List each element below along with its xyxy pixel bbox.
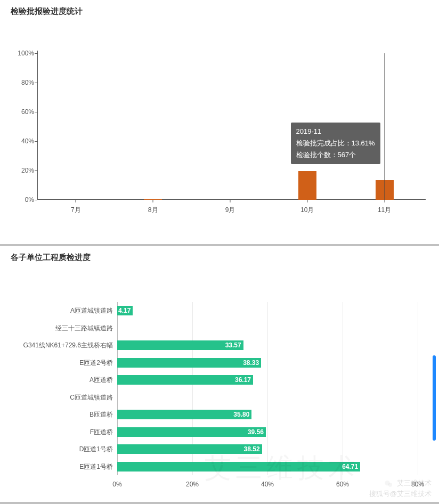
chart2-bar[interactable]: [117, 375, 253, 385]
chart2-row: G341线NK61+729.6主线桥右幅33.57: [117, 340, 418, 350]
chart1-x-tick: [230, 200, 231, 202]
chart2-row: D匝道1号桥38.52: [117, 444, 418, 454]
chart2-category-label: G341线NK61+729.6主线桥右幅: [23, 341, 113, 350]
chart1-x-tick-label: 11月: [378, 206, 391, 215]
chart1-x-tick-label: 8月: [148, 206, 158, 215]
chart2-value-label: 35.80: [233, 411, 249, 418]
chart2-value-label: 33.57: [225, 342, 241, 349]
chart2-category-label: A匝道城镇道路: [70, 306, 113, 315]
chart1-x-tick: [153, 200, 153, 202]
chart2-row: B匝道桥35.80: [117, 410, 418, 419]
chart2-value-label: 64.71: [342, 463, 358, 470]
chart2-row: 经三十三路城镇道路: [117, 323, 418, 333]
chart2-category-label: A匝道桥: [90, 376, 113, 385]
chart2-row: C匝道城镇道路: [117, 393, 418, 402]
chart1-y-tick-label: 60%: [11, 108, 34, 116]
chart2-bar[interactable]: [117, 462, 360, 472]
chart1-y-tick-label: 40%: [11, 137, 34, 145]
chart2-value-label: 39.56: [248, 428, 264, 436]
chart1-bar[interactable]: [144, 199, 162, 200]
chart1-x-tick: [76, 200, 76, 202]
chart2-x-tick-label: 80%: [411, 481, 424, 488]
chart1-x-axis: [37, 199, 426, 200]
chart1-y-tick-label: 20%: [11, 167, 34, 174]
chart2-x-tick-label: 60%: [336, 481, 349, 488]
chart2-x-tick-label: 40%: [261, 481, 274, 488]
chart2-row: A匝道桥36.17: [117, 375, 418, 385]
chart2-category-label: 经三十三路城镇道路: [55, 323, 113, 332]
chart2-row: E匝道1号桥64.71: [117, 462, 418, 472]
tooltip-title: 2019-11: [296, 126, 375, 137]
chart2-scrollbar-thumb[interactable]: [433, 355, 436, 441]
inspection-progress-chart[interactable]: 0%20%40%60%80%100%7月8月9月10月11月2019-11检验批…: [0, 29, 439, 232]
chart2-value-label: 36.17: [235, 376, 251, 384]
chart2-row: F匝道桥39.56: [117, 427, 418, 437]
subunit-qc-progress-panel: 各子单位工程质检进度 0%20%40%60%80%A匝道城镇道路4.17经三十三…: [0, 246, 439, 502]
chart1-hover-line: [384, 53, 385, 200]
chart2-category-label: D匝道1号桥: [79, 445, 113, 454]
chart1-y-axis: [37, 51, 38, 200]
chart2-bar[interactable]: [117, 427, 266, 437]
chart2-category-label: E匝道1号桥: [79, 462, 113, 471]
chart1-x-tick-label: 10月: [300, 206, 314, 215]
chart1-y-tick-label: 80%: [11, 79, 34, 86]
chart1-y-tick-label: 100%: [11, 50, 34, 57]
chart1-x-tick-label: 7月: [71, 206, 81, 215]
chart2-bar[interactable]: [117, 358, 261, 368]
chart2-x-tick-label: 20%: [186, 481, 199, 488]
chart1-x-tick: [307, 200, 307, 202]
chart1-x-tick-label: 9月: [225, 206, 235, 215]
chart2-bar[interactable]: [117, 410, 251, 419]
chart2-plot-area: 0%20%40%60%80%A匝道城镇道路4.17经三十三路城镇道路G341线N…: [117, 302, 418, 475]
chart1-bar[interactable]: [298, 171, 316, 200]
tooltip-line1: 检验批完成占比：13.61%: [296, 137, 375, 149]
chart2-value-label: 38.52: [244, 445, 260, 453]
chart1-y-tick-label: 0%: [11, 196, 34, 204]
panel2-title: 各子单位工程质检进度: [0, 246, 439, 263]
chart2-value-label: 38.33: [243, 359, 259, 367]
chart2-row: E匝道2号桥38.33: [117, 358, 418, 368]
chart1-x-tick: [384, 200, 385, 202]
chart2-bar[interactable]: [117, 340, 243, 350]
chart2-category-label: C匝道城镇道路: [70, 393, 113, 402]
panel1-title: 检验批报验进度统计: [0, 0, 439, 17]
chart2-category-label: E匝道2号桥: [79, 358, 113, 367]
chart2-category-label: B匝道桥: [90, 410, 113, 419]
inspection-progress-panel: 检验批报验进度统计 0%20%40%60%80%100%7月8月9月10月11月…: [0, 0, 439, 246]
chart2-value-label: 4.17: [118, 307, 131, 314]
chart2-x-gridline: [418, 302, 418, 475]
chart1-tooltip: 2019-11检验批完成占比：13.61%检验批个数：567个: [291, 123, 380, 164]
subunit-qc-progress-chart[interactable]: 0%20%40%60%80%A匝道城镇道路4.17经三十三路城镇道路G341线N…: [0, 302, 439, 497]
chart2-x-tick-label: 0%: [112, 481, 121, 488]
chart2-category-label: F匝道桥: [90, 427, 113, 436]
chart2-row: A匝道城镇道路4.17: [117, 306, 418, 315]
chart1-plot-area: 0%20%40%60%80%100%7月8月9月10月11月2019-11检验批…: [37, 53, 423, 200]
chart2-bar[interactable]: [117, 444, 262, 454]
tooltip-line2: 检验批个数：567个: [296, 149, 375, 161]
